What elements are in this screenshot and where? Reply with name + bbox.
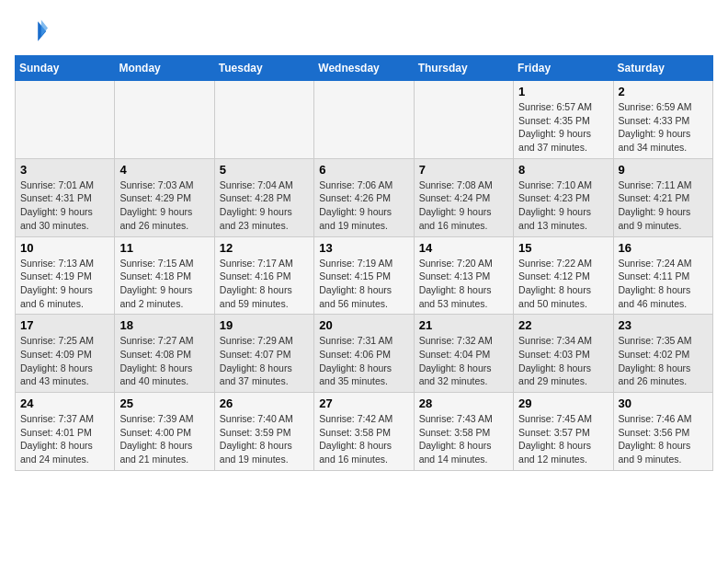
header-row: SundayMondayTuesdayWednesdayThursdayFrid… xyxy=(16,56,713,81)
calendar-cell: 30Sunrise: 7:46 AM Sunset: 3:56 PM Dayli… xyxy=(613,393,712,471)
day-number: 3 xyxy=(20,163,109,177)
calendar-cell: 5Sunrise: 7:04 AM Sunset: 4:28 PM Daylig… xyxy=(214,158,313,236)
day-number: 28 xyxy=(419,396,508,410)
day-info: Sunrise: 7:42 AM Sunset: 3:58 PM Dayligh… xyxy=(319,412,408,466)
calendar-week-1: 3Sunrise: 7:01 AM Sunset: 4:31 PM Daylig… xyxy=(16,158,713,236)
day-info: Sunrise: 7:19 AM Sunset: 4:15 PM Dayligh… xyxy=(319,257,408,311)
header-monday: Monday xyxy=(115,56,214,81)
day-info: Sunrise: 7:45 AM Sunset: 3:57 PM Dayligh… xyxy=(518,412,608,466)
day-number: 11 xyxy=(119,241,209,255)
day-number: 13 xyxy=(319,241,408,255)
day-info: Sunrise: 7:29 AM Sunset: 4:07 PM Dayligh… xyxy=(220,334,309,388)
calendar-cell: 15Sunrise: 7:22 AM Sunset: 4:12 PM Dayli… xyxy=(514,236,613,315)
calendar-cell: 14Sunrise: 7:20 AM Sunset: 4:13 PM Dayli… xyxy=(414,236,513,315)
calendar-cell: 26Sunrise: 7:40 AM Sunset: 3:59 PM Dayli… xyxy=(214,393,313,471)
day-number: 17 xyxy=(20,318,109,332)
day-number: 14 xyxy=(419,241,508,255)
day-info: Sunrise: 7:22 AM Sunset: 4:12 PM Dayligh… xyxy=(518,257,608,311)
calendar-week-2: 10Sunrise: 7:13 AM Sunset: 4:19 PM Dayli… xyxy=(16,236,713,315)
day-info: Sunrise: 7:08 AM Sunset: 4:24 PM Dayligh… xyxy=(419,178,508,233)
day-info: Sunrise: 7:06 AM Sunset: 4:26 PM Dayligh… xyxy=(319,178,408,233)
day-number: 25 xyxy=(119,396,209,410)
day-number: 2 xyxy=(619,85,708,98)
calendar-cell xyxy=(314,81,414,159)
day-info: Sunrise: 7:40 AM Sunset: 3:59 PM Dayligh… xyxy=(220,412,309,466)
logo-icon xyxy=(15,15,48,48)
day-info: Sunrise: 7:32 AM Sunset: 4:04 PM Dayligh… xyxy=(419,334,508,388)
day-info: Sunrise: 7:03 AM Sunset: 4:29 PM Dayligh… xyxy=(119,178,209,233)
header xyxy=(15,15,713,48)
calendar-cell: 4Sunrise: 7:03 AM Sunset: 4:29 PM Daylig… xyxy=(115,158,214,236)
day-number: 27 xyxy=(319,396,408,410)
calendar-cell: 7Sunrise: 7:08 AM Sunset: 4:24 PM Daylig… xyxy=(414,158,513,236)
day-info: Sunrise: 7:17 AM Sunset: 4:16 PM Dayligh… xyxy=(220,257,309,311)
day-number: 21 xyxy=(419,318,508,332)
day-number: 5 xyxy=(220,163,309,177)
day-number: 12 xyxy=(220,241,309,255)
calendar-cell: 2Sunrise: 6:59 AM Sunset: 4:33 PM Daylig… xyxy=(613,81,712,159)
day-number: 19 xyxy=(220,318,309,332)
logo xyxy=(15,15,51,48)
day-info: Sunrise: 7:31 AM Sunset: 4:06 PM Dayligh… xyxy=(319,334,408,388)
day-number: 8 xyxy=(518,163,608,177)
calendar-cell: 23Sunrise: 7:35 AM Sunset: 4:02 PM Dayli… xyxy=(613,315,712,393)
calendar-cell: 20Sunrise: 7:31 AM Sunset: 4:06 PM Dayli… xyxy=(314,315,414,393)
calendar-cell xyxy=(414,81,513,159)
day-info: Sunrise: 7:43 AM Sunset: 3:58 PM Dayligh… xyxy=(419,412,508,466)
day-info: Sunrise: 6:59 AM Sunset: 4:33 PM Dayligh… xyxy=(619,100,708,155)
calendar-week-4: 24Sunrise: 7:37 AM Sunset: 4:01 PM Dayli… xyxy=(16,393,713,471)
day-info: Sunrise: 7:34 AM Sunset: 4:03 PM Dayligh… xyxy=(518,334,608,388)
calendar-table: SundayMondayTuesdayWednesdayThursdayFrid… xyxy=(15,55,713,471)
day-info: Sunrise: 7:24 AM Sunset: 4:11 PM Dayligh… xyxy=(619,257,708,311)
calendar-cell: 9Sunrise: 7:11 AM Sunset: 4:21 PM Daylig… xyxy=(613,158,712,236)
day-info: Sunrise: 7:20 AM Sunset: 4:13 PM Dayligh… xyxy=(419,257,508,311)
day-number: 24 xyxy=(20,396,109,410)
calendar-cell: 13Sunrise: 7:19 AM Sunset: 4:15 PM Dayli… xyxy=(314,236,414,315)
day-info: Sunrise: 7:01 AM Sunset: 4:31 PM Dayligh… xyxy=(20,178,109,233)
calendar-cell: 16Sunrise: 7:24 AM Sunset: 4:11 PM Dayli… xyxy=(613,236,712,315)
day-info: Sunrise: 7:13 AM Sunset: 4:19 PM Dayligh… xyxy=(20,257,109,311)
header-friday: Friday xyxy=(514,56,613,81)
calendar-cell: 25Sunrise: 7:39 AM Sunset: 4:00 PM Dayli… xyxy=(115,393,214,471)
day-number: 10 xyxy=(20,241,109,255)
day-number: 16 xyxy=(619,241,708,255)
calendar-week-0: 1Sunrise: 6:57 AM Sunset: 4:35 PM Daylig… xyxy=(16,81,713,159)
calendar-cell: 28Sunrise: 7:43 AM Sunset: 3:58 PM Dayli… xyxy=(414,393,513,471)
calendar-cell: 18Sunrise: 7:27 AM Sunset: 4:08 PM Dayli… xyxy=(115,315,214,393)
day-number: 9 xyxy=(619,163,708,177)
calendar-cell: 12Sunrise: 7:17 AM Sunset: 4:16 PM Dayli… xyxy=(214,236,313,315)
calendar-week-3: 17Sunrise: 7:25 AM Sunset: 4:09 PM Dayli… xyxy=(16,315,713,393)
day-info: Sunrise: 7:46 AM Sunset: 3:56 PM Dayligh… xyxy=(619,412,708,466)
calendar-cell: 22Sunrise: 7:34 AM Sunset: 4:03 PM Dayli… xyxy=(514,315,613,393)
day-info: Sunrise: 7:15 AM Sunset: 4:18 PM Dayligh… xyxy=(119,257,209,311)
calendar-cell: 27Sunrise: 7:42 AM Sunset: 3:58 PM Dayli… xyxy=(314,393,414,471)
calendar-cell: 1Sunrise: 6:57 AM Sunset: 4:35 PM Daylig… xyxy=(514,81,613,159)
day-number: 7 xyxy=(419,163,508,177)
day-number: 22 xyxy=(518,318,608,332)
calendar-cell: 24Sunrise: 7:37 AM Sunset: 4:01 PM Dayli… xyxy=(16,393,115,471)
calendar-cell xyxy=(16,81,115,159)
calendar-cell: 10Sunrise: 7:13 AM Sunset: 4:19 PM Dayli… xyxy=(16,236,115,315)
day-number: 18 xyxy=(119,318,209,332)
calendar-cell: 6Sunrise: 7:06 AM Sunset: 4:26 PM Daylig… xyxy=(314,158,414,236)
day-number: 6 xyxy=(319,163,408,177)
day-info: Sunrise: 7:35 AM Sunset: 4:02 PM Dayligh… xyxy=(619,334,708,388)
day-number: 23 xyxy=(619,318,708,332)
day-number: 4 xyxy=(119,163,209,177)
day-number: 26 xyxy=(220,396,309,410)
calendar-cell: 8Sunrise: 7:10 AM Sunset: 4:23 PM Daylig… xyxy=(514,158,613,236)
calendar-cell: 19Sunrise: 7:29 AM Sunset: 4:07 PM Dayli… xyxy=(214,315,313,393)
day-info: Sunrise: 7:39 AM Sunset: 4:00 PM Dayligh… xyxy=(119,412,209,466)
day-info: Sunrise: 7:37 AM Sunset: 4:01 PM Dayligh… xyxy=(20,412,109,466)
header-wednesday: Wednesday xyxy=(314,56,414,81)
day-info: Sunrise: 6:57 AM Sunset: 4:35 PM Dayligh… xyxy=(518,100,608,155)
header-saturday: Saturday xyxy=(613,56,712,81)
day-number: 20 xyxy=(319,318,408,332)
calendar-cell xyxy=(115,81,214,159)
day-number: 30 xyxy=(619,396,708,410)
day-number: 15 xyxy=(518,241,608,255)
day-info: Sunrise: 7:10 AM Sunset: 4:23 PM Dayligh… xyxy=(518,178,608,233)
day-info: Sunrise: 7:04 AM Sunset: 4:28 PM Dayligh… xyxy=(220,178,309,233)
calendar-cell: 3Sunrise: 7:01 AM Sunset: 4:31 PM Daylig… xyxy=(16,158,115,236)
calendar-cell: 21Sunrise: 7:32 AM Sunset: 4:04 PM Dayli… xyxy=(414,315,513,393)
